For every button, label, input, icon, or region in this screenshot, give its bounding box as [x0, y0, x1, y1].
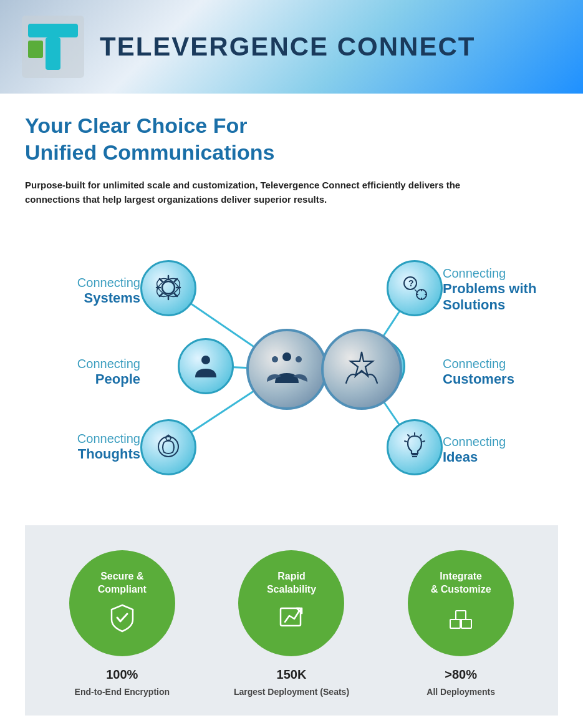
- gear-icon: [152, 271, 186, 305]
- question-gear-icon: ?: [398, 271, 432, 305]
- circle-center-people: [246, 329, 327, 410]
- circle-center-handshake: [321, 329, 402, 410]
- scalability-label: RapidScalability: [267, 570, 316, 596]
- svg-point-11: [162, 281, 175, 294]
- svg-point-29: [282, 352, 291, 361]
- diagram-section: Connecting Systems Connecting People Con…: [25, 232, 558, 500]
- handshake-icon: [339, 346, 385, 392]
- description: Purpose-built for unlimited scale and cu…: [25, 178, 461, 207]
- svg-rect-37: [456, 611, 466, 619]
- secure-label: Secure &Compliant: [98, 570, 147, 596]
- svg-point-14: [201, 356, 210, 364]
- logo: [19, 12, 87, 81]
- secure-stat: 100%: [106, 667, 138, 682]
- integrate-desc: All Deployments: [426, 687, 495, 697]
- feature-integrate: Integrate& Customize >80% All Deployment…: [383, 550, 539, 697]
- secure-desc: End-to-End Encryption: [75, 687, 170, 697]
- logo-icon: [19, 12, 87, 81]
- shield-icon: [107, 602, 138, 636]
- bottom-section: Secure &Compliant 100% End-to-End Encryp…: [25, 525, 558, 716]
- label-customers: Connecting Customers: [443, 357, 558, 387]
- svg-line-27: [423, 441, 425, 442]
- feature-scalability: RapidScalability 150K Largest Deployment…: [213, 550, 369, 697]
- svg-rect-3: [28, 41, 43, 58]
- svg-rect-1: [28, 24, 78, 37]
- scalability-desc: Largest Deployment (Seats): [234, 687, 349, 697]
- circle-thoughts: [140, 419, 196, 475]
- people-small-icon: [189, 349, 223, 383]
- header-title: TELEVERGENCE CONNECT: [100, 32, 475, 62]
- circle-problems: ?: [387, 260, 443, 316]
- tagline-title: Your Clear Choice ForUnified Communicati…: [25, 112, 558, 165]
- label-people: Connecting People: [25, 357, 140, 387]
- label-systems: Connecting Systems: [25, 276, 140, 306]
- svg-point-31: [296, 356, 302, 362]
- svg-line-20: [415, 289, 417, 292]
- scalability-circle: RapidScalability: [238, 550, 344, 656]
- svg-point-30: [272, 356, 278, 362]
- svg-rect-35: [450, 619, 460, 628]
- svg-line-25: [420, 435, 422, 436]
- circle-people: [178, 338, 234, 394]
- circle-systems: [140, 260, 196, 316]
- svg-rect-2: [46, 37, 60, 70]
- integrate-label: Integrate& Customize: [431, 570, 491, 596]
- svg-line-28: [405, 441, 407, 442]
- label-thoughts: Connecting Thoughts: [25, 432, 140, 462]
- svg-line-26: [408, 435, 409, 436]
- label-ideas: Connecting Ideas: [443, 435, 558, 465]
- scalability-stat: 150K: [277, 667, 307, 682]
- label-problems: Connecting Problems with Solutions: [443, 266, 558, 313]
- chart-icon: [276, 602, 307, 636]
- main-content: Your Clear Choice ForUnified Communicati…: [0, 94, 583, 728]
- integrate-stat: >80%: [445, 667, 477, 682]
- header: TELEVERGENCE CONNECT: [0, 0, 583, 94]
- brain-icon: [152, 430, 186, 464]
- svg-text:?: ?: [408, 278, 414, 288]
- integrate-circle: Integrate& Customize: [408, 550, 514, 656]
- secure-circle: Secure &Compliant: [69, 550, 175, 656]
- group-icon: [264, 346, 311, 392]
- boxes-icon: [445, 602, 476, 636]
- bulb-icon: [398, 430, 432, 464]
- feature-secure: Secure &Compliant 100% End-to-End Encryp…: [44, 550, 200, 697]
- svg-rect-36: [461, 619, 471, 628]
- circle-ideas: [387, 419, 443, 475]
